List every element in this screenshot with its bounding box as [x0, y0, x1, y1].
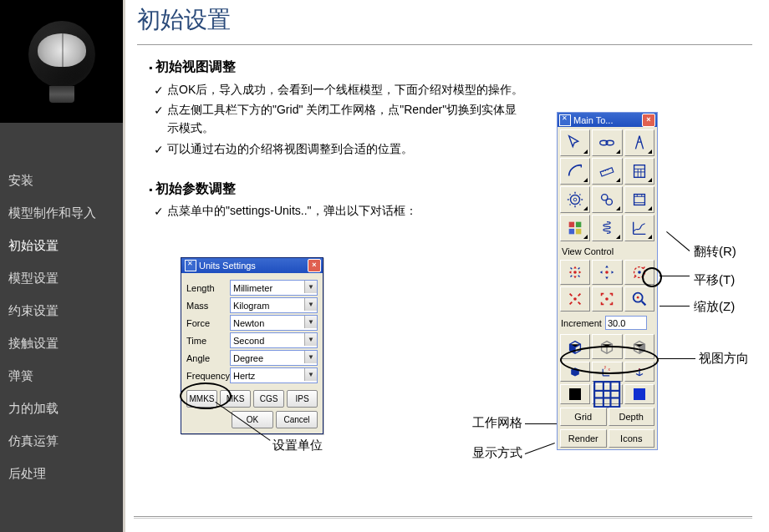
angle-select[interactable]: Degree▼: [230, 350, 318, 366]
nav-item-spring[interactable]: 弹簧: [8, 360, 123, 393]
tool-select-icon[interactable]: [560, 129, 590, 156]
chevron-down-icon[interactable]: ▼: [304, 368, 317, 381]
main-toolbox: Main To... × View Control Increment xy: [557, 112, 658, 450]
angle-label: Angle: [186, 353, 230, 363]
nav-item-model-settings[interactable]: 模型设置: [8, 262, 123, 295]
svg-rect-32: [594, 382, 619, 407]
footer-rule: [134, 518, 752, 519]
tool-measure-icon[interactable]: [592, 158, 622, 185]
annotation-workgrid: 工作网格: [464, 415, 522, 431]
nav-item-force[interactable]: 力的加载: [8, 393, 123, 425]
nav-item-simulation[interactable]: 仿真运算: [8, 425, 123, 458]
cancel-button[interactable]: Cancel: [276, 411, 318, 428]
grid-button[interactable]: Grid: [560, 408, 607, 426]
nav-item-postprocess[interactable]: 后处理: [8, 458, 123, 490]
annotation-pan: 平移(T): [694, 272, 735, 288]
nav-item-model-import[interactable]: 模型制作和导入: [8, 197, 123, 230]
tool-plot-icon[interactable]: [624, 215, 654, 241]
preset-cgs-button[interactable]: CGS: [253, 390, 284, 408]
square-blue-icon[interactable]: [624, 384, 654, 404]
depth-button[interactable]: Depth: [609, 408, 655, 426]
view-zoom-icon[interactable]: [624, 286, 654, 312]
svg-rect-17: [569, 222, 574, 227]
render-button[interactable]: Render: [560, 429, 607, 448]
preset-mks-button[interactable]: MKS: [220, 390, 251, 408]
square-black-icon[interactable]: [560, 384, 590, 404]
svg-text:y: y: [604, 365, 607, 369]
nav-item-initial-settings[interactable]: 初始设置: [8, 230, 123, 262]
svg-rect-3: [634, 165, 644, 178]
chevron-down-icon[interactable]: ▼: [304, 316, 317, 328]
nav-item-constraint[interactable]: 约束设置: [8, 295, 123, 327]
svg-rect-18: [576, 222, 581, 227]
page-title: 初始设置: [125, 0, 769, 44]
icons-button[interactable]: Icons: [609, 429, 655, 448]
mass-label: Mass: [186, 301, 230, 311]
view-center-icon[interactable]: [592, 286, 622, 312]
view-pan-icon[interactable]: [592, 260, 622, 285]
tool-spring-icon[interactable]: [592, 215, 622, 241]
svg-point-8: [571, 195, 580, 205]
tool-calculator-icon[interactable]: [624, 158, 654, 185]
svg-point-26: [606, 297, 609, 301]
force-label: Force: [186, 318, 230, 328]
tool-compass-icon[interactable]: [624, 129, 654, 156]
svg-point-29: [637, 296, 639, 299]
toolbox-title: Main To...: [573, 115, 642, 125]
toolbox-titlebar[interactable]: Main To... ×: [558, 113, 657, 127]
preset-ips-button[interactable]: IPS: [287, 390, 318, 408]
axis-arrows-icon[interactable]: [624, 362, 654, 382]
tool-color-icon[interactable]: [560, 215, 590, 241]
increment-label: Increment: [561, 318, 602, 328]
footer-rule: [134, 516, 752, 517]
force-select[interactable]: Newton▼: [230, 315, 318, 331]
svg-point-21: [573, 271, 577, 274]
increment-input[interactable]: [605, 316, 647, 330]
tool-joint-icon[interactable]: [592, 186, 622, 213]
view-control-label: View Control: [558, 244, 657, 257]
chevron-down-icon[interactable]: ▼: [304, 298, 317, 311]
tool-arc-icon[interactable]: [560, 158, 590, 185]
length-select[interactable]: Millimeter▼: [230, 280, 318, 296]
time-select[interactable]: Second▼: [230, 332, 318, 348]
tool-gear-icon[interactable]: [560, 186, 590, 213]
view-rotate-center-icon[interactable]: [624, 260, 654, 285]
section1-bullet: 可以通过右边的介绍将视图调整到合适的位置。: [149, 140, 527, 159]
nav-item-install[interactable]: 安装: [8, 165, 123, 197]
annotation-viewdir: 视图方向: [699, 351, 749, 367]
time-label: Time: [186, 336, 230, 346]
section2-bullet: 点菜单中的"settings-Units.."，弹出以下对话框：: [149, 202, 527, 220]
nav-list: 安装 模型制作和导入 初始设置 模型设置 约束设置 接触设置 弹簧 力的加载 仿…: [0, 123, 123, 490]
shaded-cube-icon[interactable]: [560, 362, 590, 382]
view-fit-icon[interactable]: [560, 286, 590, 312]
frequency-select[interactable]: Hertz▼: [230, 367, 318, 383]
tool-film-icon[interactable]: [624, 186, 654, 213]
annotation-line: [658, 358, 695, 359]
close-icon[interactable]: ×: [642, 114, 655, 127]
section1-bullet: 点左侧工具栏下方的"Grid" 关闭工作网格，点"Render"切换到实体显示模…: [149, 101, 527, 137]
svg-point-9: [573, 198, 577, 201]
view-right-icon[interactable]: [624, 334, 654, 359]
frequency-label: Frequency: [186, 371, 230, 381]
svg-rect-12: [634, 195, 644, 205]
sidebar: 安装 模型制作和导入 初始设置 模型设置 约束设置 接触设置 弹簧 力的加载 仿…: [0, 0, 123, 532]
square-grid-icon[interactable]: [592, 384, 622, 404]
chevron-down-icon[interactable]: ▼: [304, 351, 317, 363]
close-icon[interactable]: ×: [308, 259, 321, 272]
svg-text:x: x: [609, 367, 611, 372]
svg-rect-19: [569, 229, 574, 234]
logo-lightbulb-brain: [0, 0, 123, 123]
annotation-label-units: 设置单位: [272, 438, 323, 453]
chevron-down-icon[interactable]: ▼: [304, 281, 317, 293]
svg-point-23: [638, 271, 641, 274]
view-front-icon[interactable]: [560, 334, 590, 359]
svg-rect-20: [576, 229, 581, 234]
tool-link-icon[interactable]: [592, 129, 622, 156]
axis-xy-icon[interactable]: xy: [592, 362, 622, 382]
nav-item-contact[interactable]: 接触设置: [8, 327, 123, 360]
mass-select[interactable]: Kilogram▼: [230, 297, 318, 313]
view-rotate-icon[interactable]: [560, 260, 590, 285]
dialog-titlebar[interactable]: Units Settings ×: [181, 258, 323, 273]
view-iso-icon[interactable]: [592, 334, 622, 359]
chevron-down-icon[interactable]: ▼: [304, 333, 317, 346]
